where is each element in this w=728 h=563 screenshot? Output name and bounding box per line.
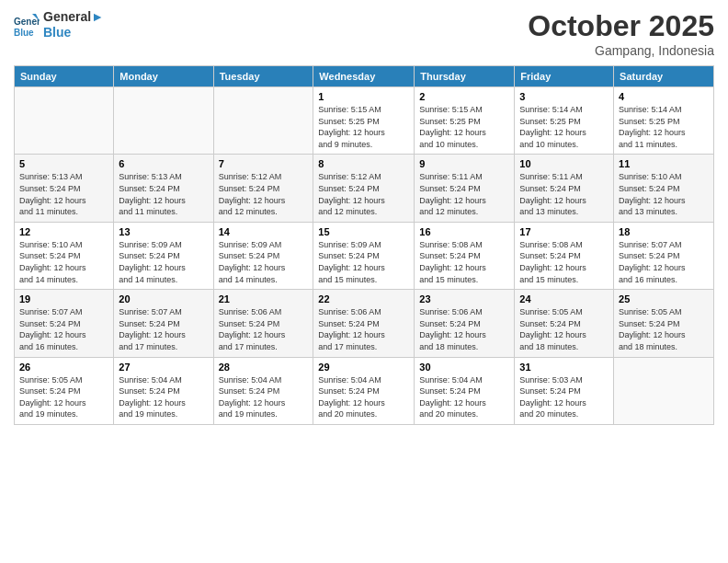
- day-detail: Sunrise: 5:10 AMSunset: 5:24 PMDaylight:…: [19, 239, 108, 285]
- day-number: 4: [619, 91, 709, 102]
- day-number: 18: [619, 226, 709, 237]
- day-detail: Sunrise: 5:13 AMSunset: 5:24 PMDaylight:…: [119, 171, 208, 217]
- day-detail: Sunrise: 5:10 AMSunset: 5:24 PMDaylight:…: [619, 171, 709, 217]
- day-number: 13: [119, 226, 208, 237]
- page-header: General Blue General► Blue October 2025 …: [14, 9, 714, 58]
- calendar-cell: 4Sunrise: 5:14 AMSunset: 5:25 PMDaylight…: [614, 87, 714, 155]
- calendar-cell: 20Sunrise: 5:07 AMSunset: 5:24 PMDayligh…: [114, 290, 213, 357]
- calendar-cell: [213, 87, 313, 155]
- day-detail: Sunrise: 5:03 AMSunset: 5:24 PMDaylight:…: [519, 374, 609, 420]
- calendar-cell: 11Sunrise: 5:10 AMSunset: 5:24 PMDayligh…: [614, 155, 714, 222]
- day-number: 19: [19, 293, 108, 304]
- calendar-week-row: 1Sunrise: 5:15 AMSunset: 5:25 PMDaylight…: [15, 87, 714, 155]
- day-number: 2: [419, 91, 509, 102]
- calendar-cell: 8Sunrise: 5:12 AMSunset: 5:24 PMDaylight…: [313, 155, 415, 222]
- day-number: 11: [619, 158, 709, 169]
- day-detail: Sunrise: 5:06 AMSunset: 5:24 PMDaylight:…: [419, 306, 509, 352]
- day-detail: Sunrise: 5:11 AMSunset: 5:24 PMDaylight:…: [419, 171, 509, 217]
- calendar-cell: 29Sunrise: 5:04 AMSunset: 5:24 PMDayligh…: [313, 357, 415, 424]
- day-detail: Sunrise: 5:14 AMSunset: 5:25 PMDaylight:…: [519, 104, 609, 150]
- day-detail: Sunrise: 5:07 AMSunset: 5:24 PMDaylight:…: [119, 306, 208, 352]
- day-number: 15: [318, 226, 409, 237]
- day-number: 6: [119, 158, 208, 169]
- title-block: October 2025 Gampang, Indonesia: [528, 9, 714, 58]
- calendar-cell: 3Sunrise: 5:14 AMSunset: 5:25 PMDaylight…: [515, 87, 614, 155]
- col-header-thursday: Thursday: [415, 66, 515, 87]
- day-number: 3: [519, 91, 609, 102]
- day-number: 31: [519, 362, 609, 373]
- calendar-cell: 22Sunrise: 5:06 AMSunset: 5:24 PMDayligh…: [313, 290, 415, 357]
- calendar-cell: 31Sunrise: 5:03 AMSunset: 5:24 PMDayligh…: [515, 357, 614, 424]
- col-header-tuesday: Tuesday: [213, 66, 313, 87]
- day-number: 7: [219, 158, 309, 169]
- day-number: 10: [519, 158, 609, 169]
- day-detail: Sunrise: 5:09 AMSunset: 5:24 PMDaylight:…: [119, 239, 208, 285]
- day-detail: Sunrise: 5:11 AMSunset: 5:24 PMDaylight:…: [519, 171, 609, 217]
- logo-icon: General Blue: [14, 12, 40, 38]
- calendar-week-row: 12Sunrise: 5:10 AMSunset: 5:24 PMDayligh…: [15, 222, 714, 289]
- calendar-table: SundayMondayTuesdayWednesdayThursdayFrid…: [14, 65, 714, 425]
- day-number: 24: [519, 293, 609, 304]
- calendar-cell: 19Sunrise: 5:07 AMSunset: 5:24 PMDayligh…: [15, 290, 114, 357]
- day-detail: Sunrise: 5:09 AMSunset: 5:24 PMDaylight:…: [318, 239, 409, 285]
- day-detail: Sunrise: 5:15 AMSunset: 5:25 PMDaylight:…: [318, 104, 409, 150]
- calendar-cell: 1Sunrise: 5:15 AMSunset: 5:25 PMDaylight…: [313, 87, 415, 155]
- calendar-cell: 13Sunrise: 5:09 AMSunset: 5:24 PMDayligh…: [114, 222, 213, 289]
- calendar-header-row: SundayMondayTuesdayWednesdayThursdayFrid…: [15, 66, 714, 87]
- day-number: 21: [219, 293, 309, 304]
- day-detail: Sunrise: 5:05 AMSunset: 5:24 PMDaylight:…: [619, 306, 709, 352]
- calendar-week-row: 19Sunrise: 5:07 AMSunset: 5:24 PMDayligh…: [15, 290, 714, 357]
- calendar-cell: 2Sunrise: 5:15 AMSunset: 5:25 PMDaylight…: [415, 87, 515, 155]
- day-detail: Sunrise: 5:06 AMSunset: 5:24 PMDaylight:…: [219, 306, 309, 352]
- day-number: 27: [119, 362, 208, 373]
- calendar-cell: 7Sunrise: 5:12 AMSunset: 5:24 PMDaylight…: [213, 155, 313, 222]
- calendar-cell: 18Sunrise: 5:07 AMSunset: 5:24 PMDayligh…: [614, 222, 714, 289]
- day-number: 12: [19, 226, 108, 237]
- day-number: 23: [419, 293, 509, 304]
- calendar-week-row: 26Sunrise: 5:05 AMSunset: 5:24 PMDayligh…: [15, 357, 714, 424]
- day-number: 14: [219, 226, 309, 237]
- day-number: 5: [19, 158, 108, 169]
- calendar-cell: 9Sunrise: 5:11 AMSunset: 5:24 PMDaylight…: [415, 155, 515, 222]
- calendar-cell: 28Sunrise: 5:04 AMSunset: 5:24 PMDayligh…: [213, 357, 313, 424]
- day-detail: Sunrise: 5:15 AMSunset: 5:25 PMDaylight:…: [419, 104, 509, 150]
- day-detail: Sunrise: 5:05 AMSunset: 5:24 PMDaylight:…: [519, 306, 609, 352]
- day-detail: Sunrise: 5:08 AMSunset: 5:24 PMDaylight:…: [519, 239, 609, 285]
- day-number: 20: [119, 293, 208, 304]
- day-detail: Sunrise: 5:08 AMSunset: 5:24 PMDaylight:…: [419, 239, 509, 285]
- col-header-saturday: Saturday: [614, 66, 714, 87]
- calendar-cell: 25Sunrise: 5:05 AMSunset: 5:24 PMDayligh…: [614, 290, 714, 357]
- calendar-cell: 16Sunrise: 5:08 AMSunset: 5:24 PMDayligh…: [415, 222, 515, 289]
- day-detail: Sunrise: 5:09 AMSunset: 5:24 PMDaylight:…: [219, 239, 309, 285]
- day-number: 26: [19, 362, 108, 373]
- logo-text-line1: General►: [43, 9, 104, 25]
- month-title: October 2025: [528, 9, 714, 43]
- calendar-cell: 17Sunrise: 5:08 AMSunset: 5:24 PMDayligh…: [515, 222, 614, 289]
- day-number: 30: [419, 362, 509, 373]
- logo: General Blue General► Blue: [14, 9, 104, 40]
- calendar-week-row: 5Sunrise: 5:13 AMSunset: 5:24 PMDaylight…: [15, 155, 714, 222]
- day-number: 28: [219, 362, 309, 373]
- location: Gampang, Indonesia: [528, 43, 714, 58]
- calendar-cell: 6Sunrise: 5:13 AMSunset: 5:24 PMDaylight…: [114, 155, 213, 222]
- day-detail: Sunrise: 5:04 AMSunset: 5:24 PMDaylight:…: [219, 374, 309, 420]
- day-number: 8: [318, 158, 409, 169]
- day-number: 29: [318, 362, 409, 373]
- calendar-cell: [114, 87, 213, 155]
- day-detail: Sunrise: 5:07 AMSunset: 5:24 PMDaylight:…: [19, 306, 108, 352]
- calendar-cell: 23Sunrise: 5:06 AMSunset: 5:24 PMDayligh…: [415, 290, 515, 357]
- day-detail: Sunrise: 5:04 AMSunset: 5:24 PMDaylight:…: [119, 374, 208, 420]
- day-detail: Sunrise: 5:06 AMSunset: 5:24 PMDaylight:…: [318, 306, 409, 352]
- col-header-monday: Monday: [114, 66, 213, 87]
- calendar-cell: 14Sunrise: 5:09 AMSunset: 5:24 PMDayligh…: [213, 222, 313, 289]
- calendar-cell: 26Sunrise: 5:05 AMSunset: 5:24 PMDayligh…: [15, 357, 114, 424]
- day-number: 17: [519, 226, 609, 237]
- calendar-cell: [15, 87, 114, 155]
- day-number: 25: [619, 293, 709, 304]
- calendar-cell: 27Sunrise: 5:04 AMSunset: 5:24 PMDayligh…: [114, 357, 213, 424]
- day-detail: Sunrise: 5:14 AMSunset: 5:25 PMDaylight:…: [619, 104, 709, 150]
- calendar-cell: 10Sunrise: 5:11 AMSunset: 5:24 PMDayligh…: [515, 155, 614, 222]
- calendar-cell: 12Sunrise: 5:10 AMSunset: 5:24 PMDayligh…: [15, 222, 114, 289]
- day-number: 16: [419, 226, 509, 237]
- day-detail: Sunrise: 5:04 AMSunset: 5:24 PMDaylight:…: [419, 374, 509, 420]
